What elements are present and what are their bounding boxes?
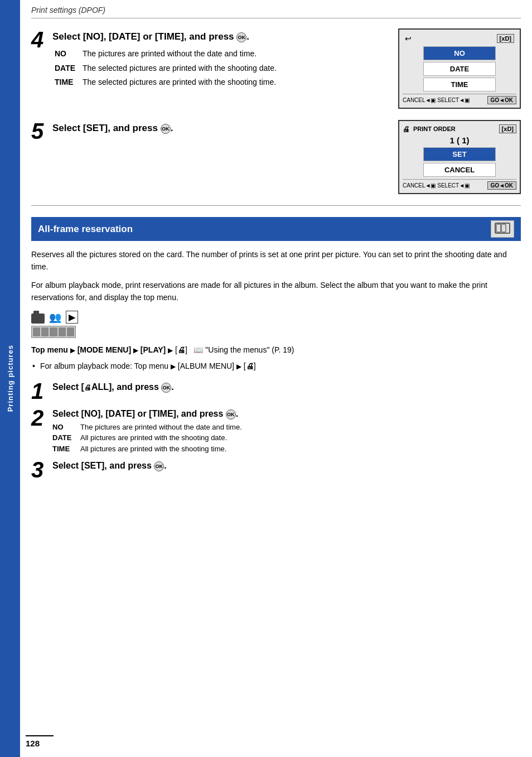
step4-camera-ui: ↩ [xD] NO DATE TIME CANCEL◄▣ SELECT◄▣ GO…	[393, 28, 521, 109]
step4-content: Select [NO], [DATE] or [TIME], and press…	[52, 28, 381, 91]
all-frame-step1-num: 1	[31, 380, 48, 402]
all-frame-step2-content: Select [NO], [DATE] or [TIME], and press…	[52, 407, 521, 454]
step4-item-time: TIME The selected pictures are printed w…	[55, 77, 381, 88]
step4-block: 4 Select [NO], [DATE] or [TIME], and pre…	[31, 28, 381, 91]
camera-ui-bottom-step4: CANCEL◄▣ SELECT◄▣ GO◄OK	[403, 94, 516, 104]
all-frame-desc1: Reserves all the pictures stored on the …	[31, 249, 521, 273]
svg-text:ALL: ALL	[499, 222, 506, 223]
all-frame-svg-icon: ALL	[495, 222, 510, 234]
all-frame-step1: 1 Select [🖨ALL], and press OK.	[31, 380, 521, 402]
sidebar-bar: Printing pictures	[0, 0, 20, 757]
step4-left: 4 Select [NO], [DATE] or [TIME], and pre…	[31, 28, 381, 109]
step4-item-date: DATE The selected pictures are printed w…	[55, 63, 381, 74]
camera-go-ok-print: GO◄OK	[487, 181, 516, 190]
af-key-date: DATE	[52, 432, 75, 443]
camera-ui-step4: ↩ [xD] NO DATE TIME CANCEL◄▣ SELECT◄▣ GO…	[398, 28, 521, 109]
header-title: Print settings (DPOF)	[31, 6, 105, 15]
step5-content: Select [SET], and press OK.	[52, 120, 381, 140]
all-frame-step1-title: Select [🖨ALL], and press OK.	[52, 382, 521, 393]
step4-number: 4	[31, 28, 48, 51]
all-frame-desc2: For album playback mode, print reservati…	[31, 279, 521, 303]
film-cell-2	[41, 327, 49, 336]
step4-section: 4 Select [NO], [DATE] or [TIME], and pre…	[31, 28, 521, 109]
af-item-date: DATE All pictures are printed with the s…	[52, 432, 521, 443]
camera-xd-step4: [xD]	[497, 34, 514, 43]
film-cell-3	[50, 327, 57, 336]
all-frame-step2-title: Select [NO], [DATE] or [TIME], and press…	[52, 409, 521, 420]
camera-bottom-left-step4: CANCEL◄▣ SELECT◄▣	[403, 97, 470, 103]
af-item-time: TIME All pictures are printed with the s…	[52, 443, 521, 455]
camera-ui-print: 🖨 PRINT ORDER [xD] 1 ( 1) SET CANCEL CAN…	[398, 120, 521, 194]
camera-back-icon: ↩	[405, 34, 412, 43]
af-text-no: The pictures are printed without the dat…	[80, 422, 242, 433]
all-frame-step3: 3 Select [SET], and press OK.	[31, 459, 521, 481]
all-frame-step3-content: Select [SET], and press OK.	[52, 459, 521, 471]
camera-ui-bottom-print: CANCEL◄▣ SELECT◄▣ GO◄OK	[403, 179, 516, 190]
all-frame-header: All-frame reservation ALL	[31, 217, 521, 241]
af-text-time: All pictures are printed with the shooti…	[80, 443, 226, 455]
step4-item-no: NO The pictures are printed without the …	[55, 49, 381, 60]
nav-icons-row2	[31, 326, 521, 338]
svg-rect-2	[501, 224, 506, 232]
sidebar-label: Printing pictures	[6, 345, 14, 412]
all-frame-title: All-frame reservation	[38, 224, 133, 235]
camera-ui-top-step4: ↩ [xD]	[403, 33, 516, 44]
camera-go-ok-step4: GO◄OK	[487, 96, 516, 104]
print-order-label: PRINT ORDER	[413, 126, 456, 132]
page-container: Printing pictures Print settings (DPOF) …	[0, 0, 532, 757]
ok-icon-af3: OK	[154, 461, 164, 471]
all-frame-step3-title: Select [SET], and press OK.	[52, 461, 521, 471]
section-divider	[31, 205, 521, 206]
nav-icons-row: 👥 ▶	[31, 311, 521, 324]
main-content: Print settings (DPOF) 4 Select [NO], [DA…	[20, 0, 532, 496]
ok-icon-step5: OK	[161, 124, 171, 134]
print-icon: 🖨	[403, 125, 410, 133]
svg-rect-0	[495, 223, 510, 233]
film-cell-4	[59, 327, 66, 336]
ok-icon-af1: OK	[161, 383, 171, 393]
print-xd: [xD]	[499, 124, 516, 133]
all-frame-step1-content: Select [🖨ALL], and press OK.	[52, 380, 521, 393]
af-key-no: NO	[52, 422, 75, 433]
all-frame-step2-num: 2	[31, 407, 48, 429]
step4-items: NO The pictures are printed without the …	[55, 49, 381, 88]
film-cell-5	[67, 327, 74, 336]
all-frame-icon: ALL	[491, 220, 514, 238]
print-order-header: 🖨 PRINT ORDER [xD]	[403, 124, 516, 133]
film-cell-1	[33, 327, 40, 336]
step4-key-time: TIME	[55, 77, 78, 88]
print-count: 1 ( 1)	[403, 136, 516, 145]
film-strip	[31, 326, 76, 338]
menu-date: DATE	[423, 62, 496, 76]
step4-text-date: The selected pictures are printed with t…	[83, 63, 277, 74]
top-menu-line: Top menu ▶ [MODE MENU] ▶ [PLAY] ▶ [🖨] 📖 …	[31, 344, 521, 356]
step5-camera-ui: 🖨 PRINT ORDER [xD] 1 ( 1) SET CANCEL CAN…	[393, 120, 521, 194]
step5-title: Select [SET], and press OK.	[52, 122, 381, 134]
all-frame-step3-num: 3	[31, 459, 48, 481]
step5-left: 5 Select [SET], and press OK.	[31, 120, 381, 194]
menu-no: NO	[423, 46, 496, 60]
all-frame-step2-items: NO The pictures are printed without the …	[52, 422, 521, 455]
ok-icon-af2: OK	[226, 409, 236, 420]
camera-mode-icon	[31, 314, 45, 324]
step5-section: 5 Select [SET], and press OK. 🖨 PRINT OR…	[31, 120, 521, 194]
af-text-date: All pictures are printed with the shooti…	[80, 432, 227, 443]
page-number: 128	[26, 735, 54, 748]
page-header: Print settings (DPOF)	[31, 6, 521, 18]
all-frame-step2: 2 Select [NO], [DATE] or [TIME], and pre…	[31, 407, 521, 454]
step4-key-no: NO	[55, 49, 78, 60]
step4-text-no: The pictures are printed without the dat…	[83, 49, 257, 60]
menu-set: SET	[423, 147, 496, 161]
svg-rect-1	[496, 224, 501, 232]
ok-icon-step4: OK	[236, 32, 246, 42]
step4-key-date: DATE	[55, 63, 78, 74]
af-item-no: NO The pictures are printed without the …	[52, 422, 521, 433]
bullet-line: For album playback mode: Top menu ▶ [ALB…	[31, 360, 521, 372]
step5-block: 5 Select [SET], and press OK.	[31, 120, 381, 142]
play-icon: ▶	[66, 311, 78, 324]
af-key-time: TIME	[52, 443, 75, 455]
step4-text-time: The selected pictures are printed with t…	[83, 77, 276, 88]
menu-cancel: CANCEL	[423, 163, 496, 177]
camera-bottom-left-print: CANCEL◄▣ SELECT◄▣	[403, 182, 470, 189]
menu-time: TIME	[423, 78, 496, 91]
